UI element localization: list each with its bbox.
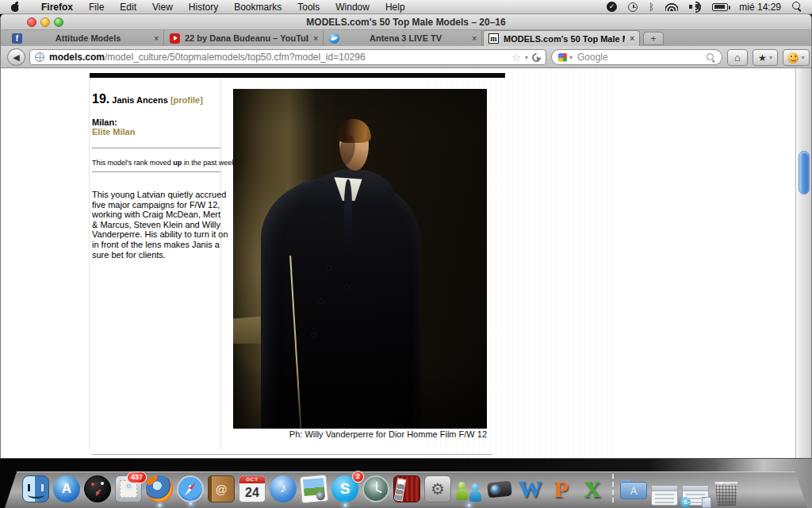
dock-excel-icon[interactable]: X xyxy=(579,475,606,502)
models-com-favicon: m xyxy=(488,33,499,44)
tab-label: Antena 3 LIVE TV xyxy=(344,33,467,43)
agency-link[interactable]: Elite Milan xyxy=(92,127,224,137)
battery-icon[interactable] xyxy=(712,3,728,11)
model-heading: 19. Janis Ancens [profile] xyxy=(92,92,224,106)
tab-models-com-active[interactable]: m MODELS.com's 50 Top Male Mo... × xyxy=(483,30,640,46)
menu-edit[interactable]: Edit xyxy=(112,0,144,14)
youtube-favicon xyxy=(170,33,180,44)
url-domain: models.com xyxy=(49,52,105,63)
dock-documents-stack-icon[interactable] xyxy=(651,485,678,506)
ical-month: OCT xyxy=(239,476,265,483)
antena3-favicon xyxy=(329,33,339,44)
window-title: MODELS.com's 50 Top Male Models – 20–16 xyxy=(1,17,811,28)
time-machine-menu-icon[interactable] xyxy=(628,2,638,12)
navigation-toolbar: ◀ models.com/model_culture/50topmalemode… xyxy=(0,46,812,68)
spotlight-icon[interactable] xyxy=(792,2,802,12)
menu-firefox[interactable]: Firefox xyxy=(33,0,81,14)
menu-file[interactable]: File xyxy=(81,0,112,14)
dock-iphoto-icon[interactable] xyxy=(300,475,329,504)
dock: A 437 @ OCT 24 ♪ S2 ⚙ W P X A xyxy=(22,472,740,502)
search-go-icon[interactable] xyxy=(706,52,715,62)
tab-close-icon[interactable]: × xyxy=(154,34,159,43)
facebook-favicon: f xyxy=(12,33,22,44)
dock-applications-folder-icon[interactable]: A xyxy=(620,475,647,502)
tab-close-icon[interactable]: × xyxy=(630,34,634,43)
model-info-column: 19. Janis Ancens [profile] Milan: Elite … xyxy=(92,92,224,260)
photo-caption: Ph: Willy Vanderperre for Dior Homme Fil… xyxy=(233,429,487,439)
bluetooth-icon[interactable]: ᛒ xyxy=(649,0,654,14)
tab-label: MODELS.com's 50 Top Male Mo... xyxy=(504,34,625,44)
scrollbar-thumb[interactable] xyxy=(799,151,810,194)
dock-skype-icon[interactable]: S2 xyxy=(331,475,358,502)
model-rank: 19. xyxy=(92,92,109,106)
dock-ical-icon[interactable]: OCT 24 xyxy=(239,475,266,502)
reload-icon[interactable] xyxy=(530,51,543,64)
tab-close-icon[interactable]: × xyxy=(472,34,477,43)
dock-finder-icon[interactable] xyxy=(22,475,49,502)
model-bio: This young Latvian quietly accrued five … xyxy=(92,190,228,260)
extension-button[interactable]: ▾ xyxy=(783,49,810,66)
menu-clock[interactable]: mié 14:29 xyxy=(739,2,781,13)
dock-messenger-icon[interactable] xyxy=(455,475,482,502)
vertical-scrollbar[interactable] xyxy=(795,68,811,458)
menu-window[interactable]: Window xyxy=(327,0,377,14)
extension-dropdown-icon: ▾ xyxy=(801,54,804,61)
menu-tools[interactable]: Tools xyxy=(289,0,327,14)
tab-bar: f Attitude Models × 22 by Dana Budeanu –… xyxy=(0,30,812,46)
dock-camera-icon[interactable] xyxy=(486,475,513,502)
tab-antena3[interactable]: Antena 3 LIVE TV × xyxy=(324,30,482,46)
column-border-left xyxy=(89,76,90,449)
dock-mail-icon[interactable]: 437 xyxy=(115,475,142,502)
new-tab-button[interactable]: + xyxy=(643,32,664,45)
smiley-extension-icon xyxy=(787,52,799,64)
dock-photo-booth-icon[interactable] xyxy=(393,475,420,502)
tab-youtube[interactable]: 22 by Dana Budeanu – YouTube × xyxy=(165,30,324,46)
menu-bookmarks[interactable]: Bookmarks xyxy=(226,0,289,14)
url-dropdown-icon[interactable]: ▾ xyxy=(525,54,528,61)
bookmarks-star-icon: ★ xyxy=(758,52,767,64)
home-button[interactable]: ⌂ xyxy=(727,49,748,66)
dock-trash-icon[interactable] xyxy=(713,482,740,506)
divider-rule xyxy=(92,171,220,172)
rank-movement-note: This model's rank moved up in the past w… xyxy=(92,159,224,167)
agency-city-label: Milan: xyxy=(92,117,224,127)
dock-safari-icon[interactable] xyxy=(177,475,204,502)
desktop-background: A 437 @ OCT 24 ♪ S2 ⚙ W P X A xyxy=(0,459,812,508)
bookmarks-dropdown-icon: ▾ xyxy=(769,54,772,61)
tab-close-icon[interactable]: × xyxy=(313,34,318,43)
status-check-icon[interactable]: ✓ xyxy=(607,2,617,12)
dock-time-machine-icon[interactable] xyxy=(362,475,389,502)
bookmarks-button[interactable]: ★▾ xyxy=(753,49,778,66)
menu-help[interactable]: Help xyxy=(377,0,413,14)
model-name: Janis Ancens xyxy=(109,95,170,105)
site-globe-icon xyxy=(35,52,44,62)
profile-link[interactable]: [profile] xyxy=(170,95,203,105)
page-content: 19. Janis Ancens [profile] Milan: Elite … xyxy=(0,68,812,458)
dock-itunes-icon[interactable]: ♪ xyxy=(270,475,297,502)
tab-attitude-models[interactable]: f Attitude Models × xyxy=(7,30,164,46)
back-button[interactable]: ◀ xyxy=(7,48,25,66)
dock-system-preferences-icon[interactable]: ⚙ xyxy=(424,475,451,502)
stack-skype-mini-icon: s xyxy=(680,497,691,507)
volume-icon[interactable] xyxy=(689,2,701,11)
dock-downloads-stack-icon[interactable]: s xyxy=(682,485,709,506)
search-bar[interactable]: ▾ Google xyxy=(551,49,722,65)
dock-firefox-icon[interactable] xyxy=(146,475,173,502)
url-bar[interactable]: models.com/model_culture/50topmalemodels… xyxy=(29,49,546,65)
tab-label: 22 by Dana Budeanu – YouTube xyxy=(185,33,308,43)
menu-view[interactable]: View xyxy=(144,0,181,14)
dock-powerpoint-icon[interactable]: P xyxy=(548,475,575,502)
search-engine-dropdown-icon[interactable]: ▾ xyxy=(569,54,573,61)
google-favicon xyxy=(558,53,567,62)
bookmark-star-icon[interactable]: ☆ xyxy=(511,52,521,64)
apple-menu-icon[interactable] xyxy=(11,2,21,12)
divider-rule xyxy=(92,148,220,148)
wifi-icon[interactable] xyxy=(665,2,678,11)
dock-dashboard-icon[interactable] xyxy=(84,475,111,502)
bottom-rule xyxy=(92,454,492,455)
menu-history[interactable]: History xyxy=(181,0,226,14)
menu-bar: Firefox File Edit View History Bookmarks… xyxy=(0,0,812,14)
dock-word-icon[interactable]: W xyxy=(517,475,544,502)
dock-address-book-icon[interactable]: @ xyxy=(208,475,235,502)
dock-app-store-icon[interactable]: A xyxy=(53,475,80,502)
